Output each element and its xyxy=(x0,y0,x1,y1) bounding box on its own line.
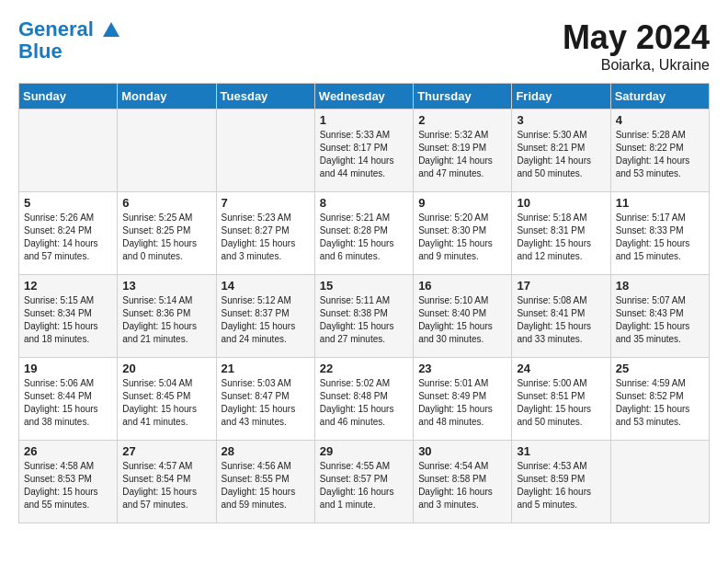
weekday-header-friday: Friday xyxy=(512,84,610,109)
day-info: Sunrise: 5:01 AM Sunset: 8:49 PM Dayligh… xyxy=(418,377,506,429)
calendar-cell: 21Sunrise: 5:03 AM Sunset: 8:47 PM Dayli… xyxy=(216,358,314,441)
calendar-cell: 6Sunrise: 5:25 AM Sunset: 8:25 PM Daylig… xyxy=(118,192,216,275)
calendar-cell: 10Sunrise: 5:18 AM Sunset: 8:31 PM Dayli… xyxy=(512,192,610,275)
weekday-header-saturday: Saturday xyxy=(610,84,709,109)
day-number: 21 xyxy=(222,362,310,375)
day-info: Sunrise: 5:04 AM Sunset: 8:45 PM Dayligh… xyxy=(122,377,210,429)
day-number: 11 xyxy=(616,196,704,210)
weekday-header-thursday: Thursday xyxy=(414,84,512,109)
calendar-cell xyxy=(118,109,216,192)
calendar-cell: 30Sunrise: 4:54 AM Sunset: 8:58 PM Dayli… xyxy=(414,441,512,523)
day-info: Sunrise: 4:57 AM Sunset: 8:54 PM Dayligh… xyxy=(122,460,210,511)
day-info: Sunrise: 5:30 AM Sunset: 8:21 PM Dayligh… xyxy=(517,129,605,180)
day-number: 30 xyxy=(418,444,506,458)
day-number: 5 xyxy=(24,196,112,210)
day-info: Sunrise: 5:23 AM Sunset: 8:27 PM Dayligh… xyxy=(222,212,310,263)
calendar-cell: 4Sunrise: 5:28 AM Sunset: 8:22 PM Daylig… xyxy=(610,109,709,192)
day-number: 23 xyxy=(418,362,506,375)
day-number: 18 xyxy=(616,279,704,293)
weekday-header-sunday: Sunday xyxy=(19,84,118,109)
calendar-cell: 5Sunrise: 5:26 AM Sunset: 8:24 PM Daylig… xyxy=(19,192,118,275)
day-info: Sunrise: 4:53 AM Sunset: 8:59 PM Dayligh… xyxy=(517,460,605,511)
month-year: May 2024 xyxy=(563,18,710,57)
calendar-cell: 26Sunrise: 4:58 AM Sunset: 8:53 PM Dayli… xyxy=(19,441,118,523)
calendar-cell: 14Sunrise: 5:12 AM Sunset: 8:37 PM Dayli… xyxy=(216,275,314,358)
day-number: 25 xyxy=(616,362,704,375)
weekday-header-tuesday: Tuesday xyxy=(216,84,314,109)
day-number: 19 xyxy=(24,362,112,375)
calendar-cell: 7Sunrise: 5:23 AM Sunset: 8:27 PM Daylig… xyxy=(216,192,314,275)
day-info: Sunrise: 4:56 AM Sunset: 8:55 PM Dayligh… xyxy=(222,460,310,511)
day-number: 27 xyxy=(122,444,210,458)
calendar-cell xyxy=(19,109,118,192)
day-number: 9 xyxy=(418,196,506,210)
day-number: 13 xyxy=(122,279,210,293)
logo: General Blue xyxy=(18,18,121,63)
calendar-cell: 1Sunrise: 5:33 AM Sunset: 8:17 PM Daylig… xyxy=(314,109,413,192)
day-info: Sunrise: 5:15 AM Sunset: 8:34 PM Dayligh… xyxy=(24,294,112,346)
location: Boiarka, Ukraine xyxy=(563,57,710,74)
day-number: 22 xyxy=(320,362,408,375)
day-info: Sunrise: 5:26 AM Sunset: 8:24 PM Dayligh… xyxy=(24,212,112,263)
calendar-cell: 2Sunrise: 5:32 AM Sunset: 8:19 PM Daylig… xyxy=(414,109,512,192)
day-info: Sunrise: 5:08 AM Sunset: 8:41 PM Dayligh… xyxy=(517,294,605,346)
day-number: 2 xyxy=(418,113,506,127)
calendar-cell: 16Sunrise: 5:10 AM Sunset: 8:40 PM Dayli… xyxy=(414,275,512,358)
calendar-table: SundayMondayTuesdayWednesdayThursdayFrid… xyxy=(18,83,710,523)
calendar-cell: 23Sunrise: 5:01 AM Sunset: 8:49 PM Dayli… xyxy=(414,358,512,441)
day-number: 16 xyxy=(418,279,506,293)
calendar-cell: 17Sunrise: 5:08 AM Sunset: 8:41 PM Dayli… xyxy=(512,275,610,358)
calendar-cell: 18Sunrise: 5:07 AM Sunset: 8:43 PM Dayli… xyxy=(610,275,709,358)
weekday-header-monday: Monday xyxy=(118,84,216,109)
day-info: Sunrise: 5:20 AM Sunset: 8:30 PM Dayligh… xyxy=(418,212,506,263)
day-number: 17 xyxy=(517,279,605,293)
day-info: Sunrise: 5:14 AM Sunset: 8:36 PM Dayligh… xyxy=(122,294,210,346)
day-info: Sunrise: 5:00 AM Sunset: 8:51 PM Dayligh… xyxy=(517,377,605,429)
day-number: 28 xyxy=(222,444,310,458)
day-number: 8 xyxy=(320,196,408,210)
page-header: General Blue May 2024 Boiarka, Ukraine xyxy=(18,18,710,74)
day-number: 3 xyxy=(517,113,605,127)
calendar-cell: 31Sunrise: 4:53 AM Sunset: 8:59 PM Dayli… xyxy=(512,441,610,523)
calendar-cell: 15Sunrise: 5:11 AM Sunset: 8:38 PM Dayli… xyxy=(314,275,413,358)
day-number: 10 xyxy=(517,196,605,210)
calendar-cell: 3Sunrise: 5:30 AM Sunset: 8:21 PM Daylig… xyxy=(512,109,610,192)
day-number: 29 xyxy=(320,444,408,458)
day-info: Sunrise: 5:32 AM Sunset: 8:19 PM Dayligh… xyxy=(418,129,506,180)
calendar-cell: 8Sunrise: 5:21 AM Sunset: 8:28 PM Daylig… xyxy=(314,192,413,275)
day-info: Sunrise: 5:11 AM Sunset: 8:38 PM Dayligh… xyxy=(320,294,408,346)
calendar-cell xyxy=(216,109,314,192)
day-info: Sunrise: 5:06 AM Sunset: 8:44 PM Dayligh… xyxy=(24,377,112,429)
title-block: May 2024 Boiarka, Ukraine xyxy=(563,18,710,74)
day-info: Sunrise: 4:58 AM Sunset: 8:53 PM Dayligh… xyxy=(24,460,112,511)
day-number: 20 xyxy=(122,362,210,375)
weekday-header-wednesday: Wednesday xyxy=(314,84,413,109)
day-info: Sunrise: 5:28 AM Sunset: 8:22 PM Dayligh… xyxy=(616,129,704,180)
logo-icon xyxy=(101,20,121,40)
day-number: 26 xyxy=(24,444,112,458)
day-number: 14 xyxy=(222,279,310,293)
logo-text: General xyxy=(18,18,121,40)
day-number: 15 xyxy=(320,279,408,293)
calendar-cell: 11Sunrise: 5:17 AM Sunset: 8:33 PM Dayli… xyxy=(610,192,709,275)
day-info: Sunrise: 4:54 AM Sunset: 8:58 PM Dayligh… xyxy=(418,460,506,511)
calendar-cell: 12Sunrise: 5:15 AM Sunset: 8:34 PM Dayli… xyxy=(19,275,118,358)
calendar-cell: 28Sunrise: 4:56 AM Sunset: 8:55 PM Dayli… xyxy=(216,441,314,523)
day-info: Sunrise: 5:18 AM Sunset: 8:31 PM Dayligh… xyxy=(517,212,605,263)
day-number: 7 xyxy=(222,196,310,210)
day-info: Sunrise: 5:02 AM Sunset: 8:48 PM Dayligh… xyxy=(320,377,408,429)
day-info: Sunrise: 4:55 AM Sunset: 8:57 PM Dayligh… xyxy=(320,460,408,511)
day-number: 12 xyxy=(24,279,112,293)
logo-blue: Blue xyxy=(18,40,121,63)
day-info: Sunrise: 5:33 AM Sunset: 8:17 PM Dayligh… xyxy=(320,129,408,180)
day-info: Sunrise: 5:10 AM Sunset: 8:40 PM Dayligh… xyxy=(418,294,506,346)
calendar-cell: 13Sunrise: 5:14 AM Sunset: 8:36 PM Dayli… xyxy=(118,275,216,358)
calendar-cell: 20Sunrise: 5:04 AM Sunset: 8:45 PM Dayli… xyxy=(118,358,216,441)
day-number: 1 xyxy=(320,113,408,127)
day-info: Sunrise: 5:21 AM Sunset: 8:28 PM Dayligh… xyxy=(320,212,408,263)
day-info: Sunrise: 5:17 AM Sunset: 8:33 PM Dayligh… xyxy=(616,212,704,263)
day-info: Sunrise: 5:25 AM Sunset: 8:25 PM Dayligh… xyxy=(122,212,210,263)
calendar-cell: 25Sunrise: 4:59 AM Sunset: 8:52 PM Dayli… xyxy=(610,358,709,441)
calendar-cell: 27Sunrise: 4:57 AM Sunset: 8:54 PM Dayli… xyxy=(118,441,216,523)
calendar-cell: 22Sunrise: 5:02 AM Sunset: 8:48 PM Dayli… xyxy=(314,358,413,441)
